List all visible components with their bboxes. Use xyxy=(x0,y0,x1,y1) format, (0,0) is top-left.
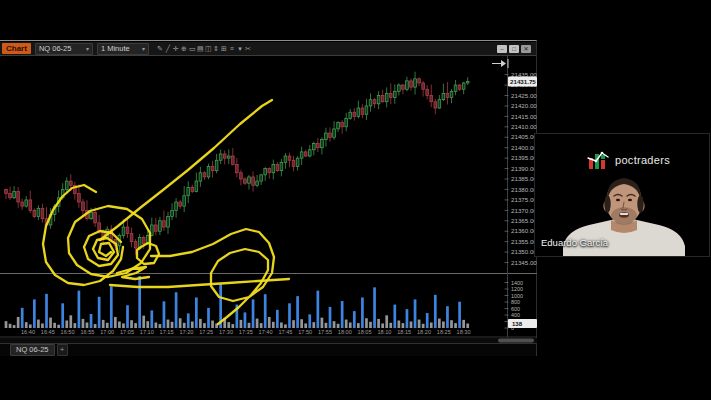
volume-bar xyxy=(9,324,12,328)
volume-tick-label: 1400 xyxy=(511,280,523,286)
drawing-tool-icon[interactable]: ≡ xyxy=(229,44,235,54)
volume-bar xyxy=(438,319,441,328)
candle-body xyxy=(236,164,239,172)
volume-bar xyxy=(389,323,392,328)
time-tick-label: 17:35 xyxy=(239,329,253,335)
volume-bar xyxy=(102,320,105,328)
time-tick-label: 18:05 xyxy=(358,329,372,335)
volume-bar xyxy=(138,276,141,328)
candle-body xyxy=(341,123,344,127)
volume-tick-label: 600 xyxy=(511,306,520,312)
volume-bar xyxy=(365,318,368,328)
brand-logo: poctraders xyxy=(587,150,670,170)
drawing-tool-icon[interactable]: ⊕ xyxy=(181,44,187,54)
volume-bar xyxy=(126,305,129,328)
volume-bar xyxy=(98,297,101,328)
volume-bar xyxy=(268,317,271,328)
volume-bar xyxy=(333,321,336,328)
volume-bar xyxy=(207,308,210,328)
volume-bar xyxy=(78,291,81,328)
volume-tick-label: 800 xyxy=(511,299,520,305)
drawing-tool-icon[interactable]: ▤ xyxy=(197,44,203,54)
candle-body xyxy=(207,167,210,177)
volume-bar xyxy=(118,322,121,329)
candle-body xyxy=(142,238,145,244)
drawing-tool-icon[interactable]: ⊞ xyxy=(221,44,227,54)
volume-bar xyxy=(398,321,401,328)
volume-bar xyxy=(199,319,202,328)
candle-body xyxy=(329,133,332,137)
drawing-tool-icon[interactable]: ✎ xyxy=(157,44,163,54)
time-axis[interactable]: 16:4016:4516:5016:5517:0017:0517:1017:15… xyxy=(21,329,471,335)
candle-body xyxy=(304,152,307,156)
instrument-value: NQ 06-25 xyxy=(39,44,72,54)
candle-body xyxy=(446,93,449,97)
volume-bar xyxy=(296,296,299,328)
time-tick-label: 17:00 xyxy=(100,329,114,335)
bottom-tab-instrument[interactable]: NQ 06-25 xyxy=(10,344,55,356)
volume-bar xyxy=(260,323,263,328)
candle-body xyxy=(268,169,271,173)
candle-body xyxy=(78,194,81,202)
price-tick-label: 21420.00 xyxy=(511,102,537,109)
candle-body xyxy=(90,212,93,218)
price-chart[interactable]: 21435.0021430.0021425.0021420.0021415.00… xyxy=(0,56,537,343)
candle-body xyxy=(369,100,372,106)
last-volume-value: 138 xyxy=(512,321,523,327)
window-buttons: – □ ✕ xyxy=(497,45,531,53)
volume-bar xyxy=(146,321,149,328)
candle-body xyxy=(223,154,226,158)
candle-body xyxy=(29,200,32,210)
candle-body xyxy=(454,85,457,91)
candle-body xyxy=(385,93,388,101)
drawing-tool-icon[interactable]: ✂ xyxy=(245,44,251,54)
minimize-button[interactable]: – xyxy=(497,45,507,53)
drawing-tool-icon[interactable]: ⇕ xyxy=(213,44,219,54)
drawing-tool-icon[interactable]: ╱ xyxy=(165,44,171,54)
price-axis[interactable]: 21435.0021430.0021425.0021420.0021415.00… xyxy=(505,71,538,266)
candle-body xyxy=(430,96,433,102)
volume-bar xyxy=(33,299,36,328)
drawing-tool-icon[interactable]: ✛ xyxy=(173,44,179,54)
volume-bar xyxy=(462,320,465,328)
time-tick-label: 17:05 xyxy=(120,329,134,335)
drawing-tool-icon[interactable]: ◫ xyxy=(205,44,211,54)
volume-bar xyxy=(106,323,109,328)
candle-body xyxy=(422,83,425,89)
candle-body xyxy=(317,144,320,148)
volume-axis[interactable]: 1400120010008006004002000138 xyxy=(505,280,538,332)
candle-body xyxy=(219,154,222,160)
volume-bar xyxy=(446,306,449,328)
volume-bar xyxy=(349,322,352,328)
candle-body xyxy=(466,81,469,83)
time-tick-label: 18:30 xyxy=(457,329,471,335)
candle-body xyxy=(248,177,251,183)
candle-body xyxy=(349,112,352,118)
drawing-tool-icon[interactable]: ▭ xyxy=(189,44,195,54)
volume-tick-label: 1000 xyxy=(511,293,523,299)
volume-bar xyxy=(450,320,453,328)
volume-bar xyxy=(13,325,16,328)
volume-bar xyxy=(454,323,457,328)
volume-bar xyxy=(276,310,279,328)
poctraders-logo-icon xyxy=(587,150,609,170)
add-tab-button[interactable]: + xyxy=(57,344,68,356)
volume-bar xyxy=(426,313,429,328)
candle-body xyxy=(167,217,170,227)
chart-tab-label[interactable]: Chart xyxy=(2,43,31,54)
volume-bar xyxy=(252,299,255,328)
volume-bar xyxy=(49,318,52,328)
interval-dropdown[interactable]: 1 Minute ▾ xyxy=(97,43,149,55)
candle-body xyxy=(353,112,356,116)
candle-body xyxy=(175,202,178,210)
drawing-tool-icon[interactable]: ▾ xyxy=(237,44,243,54)
scroll-to-end-icon[interactable] xyxy=(492,59,508,68)
candle-body xyxy=(94,212,97,222)
scrollbar-thumb[interactable] xyxy=(498,339,534,343)
restore-button[interactable]: □ xyxy=(509,45,519,53)
close-button[interactable]: ✕ xyxy=(521,45,531,53)
volume-bar xyxy=(227,322,230,328)
interval-value: 1 Minute xyxy=(101,44,130,54)
candle-body xyxy=(82,202,85,210)
instrument-dropdown[interactable]: NQ 06-25 ▾ xyxy=(35,43,93,55)
